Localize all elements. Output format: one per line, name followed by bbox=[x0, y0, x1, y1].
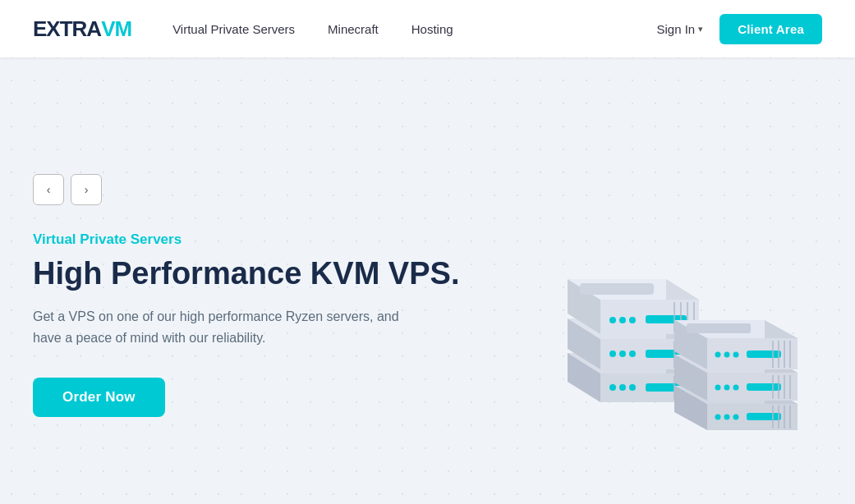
svg-point-16 bbox=[609, 351, 616, 357]
svg-point-30 bbox=[619, 317, 626, 323]
svg-point-5 bbox=[619, 384, 626, 391]
hero-title: High Performance KVM VPS. bbox=[33, 256, 460, 292]
logo-extra: EXTRA bbox=[33, 16, 101, 42]
server-stack-illustration bbox=[461, 115, 806, 460]
svg-rect-69 bbox=[747, 351, 781, 358]
nav-links: Virtual Private Servers Minecraft Hostin… bbox=[172, 22, 656, 36]
svg-point-31 bbox=[629, 317, 636, 323]
svg-point-68 bbox=[733, 352, 738, 358]
svg-point-17 bbox=[619, 351, 626, 357]
hero-subtitle: Virtual Private Servers bbox=[33, 231, 460, 248]
sign-in-button[interactable]: Sign In ▾ bbox=[656, 22, 703, 36]
svg-point-4 bbox=[609, 384, 616, 391]
svg-point-43 bbox=[733, 415, 738, 420]
hero-section: ‹ › Virtual Private Servers High Perform… bbox=[0, 57, 855, 504]
svg-point-67 bbox=[724, 352, 729, 358]
svg-rect-56 bbox=[747, 383, 781, 391]
nav-link-minecraft[interactable]: Minecraft bbox=[328, 22, 379, 36]
chevron-down-icon: ▾ bbox=[698, 24, 703, 34]
svg-rect-28 bbox=[580, 283, 654, 295]
svg-point-41 bbox=[715, 415, 720, 420]
navbar: EXTRA VM Virtual Private Servers Minecra… bbox=[0, 0, 855, 57]
svg-point-18 bbox=[629, 351, 636, 357]
logo[interactable]: EXTRA VM bbox=[33, 16, 131, 42]
carousel-controls: ‹ › bbox=[33, 174, 460, 205]
hero-description: Get a VPS on one of our high performance… bbox=[33, 306, 411, 348]
nav-right: Sign In ▾ Client Area bbox=[656, 14, 822, 44]
nav-link-vps[interactable]: Virtual Private Servers bbox=[172, 22, 295, 36]
svg-point-29 bbox=[609, 317, 616, 323]
logo-vm: VM bbox=[101, 16, 131, 42]
svg-point-42 bbox=[724, 415, 729, 420]
carousel-prev-button[interactable]: ‹ bbox=[33, 174, 64, 205]
svg-point-66 bbox=[715, 352, 720, 358]
order-now-button[interactable]: Order Now bbox=[33, 378, 165, 417]
svg-rect-65 bbox=[687, 323, 751, 333]
nav-link-hosting[interactable]: Hosting bbox=[411, 22, 453, 36]
svg-point-55 bbox=[733, 385, 738, 391]
hero-illustration bbox=[460, 99, 806, 476]
svg-rect-44 bbox=[747, 413, 781, 420]
hero-content: ‹ › Virtual Private Servers High Perform… bbox=[33, 158, 460, 418]
svg-point-6 bbox=[629, 384, 636, 391]
svg-point-54 bbox=[724, 385, 729, 391]
carousel-next-button[interactable]: › bbox=[71, 174, 102, 205]
client-area-button[interactable]: Client Area bbox=[719, 14, 822, 44]
svg-point-53 bbox=[715, 385, 720, 391]
